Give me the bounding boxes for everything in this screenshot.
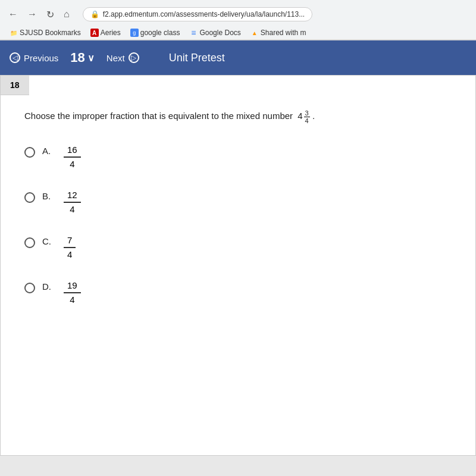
bookmark-aeries-label: Aeries [101,29,121,37]
option-c-label: C. [42,236,57,246]
lock-icon: 🔒 [90,10,99,18]
mixed-denominator: 4 [304,117,310,124]
previous-icon: ◁ [10,52,20,63]
radio-d[interactable] [24,283,35,293]
mixed-fraction: 3 4 [304,109,310,124]
fraction-c-denominator: 4 [64,249,76,260]
option-c[interactable]: C. 7 4 [24,231,452,262]
question-period: . [312,111,315,121]
radio-c[interactable] [24,237,35,248]
option-d[interactable]: D. 19 4 [24,277,452,308]
bookmark-google-docs[interactable]: ≡ Google Docs [186,27,244,38]
aeries-icon: A [90,29,99,37]
fraction-d-line [64,292,81,293]
fraction-a-denominator: 4 [66,158,78,170]
bookmark-aeries[interactable]: A Aeries [87,27,124,38]
dropdown-arrow[interactable]: ∨ [87,52,95,64]
refresh-button[interactable]: ↻ [44,8,57,21]
bookmark-shared[interactable]: ▲ Shared with m [247,27,310,38]
next-label: Next [107,53,125,63]
fraction-b-denominator: 4 [66,203,78,215]
previous-label: Previous [24,53,58,63]
question-num-text: 18 [70,50,84,65]
option-a-label: A. [42,146,57,156]
fraction-a-line [64,156,81,158]
next-icon: ▷ [129,52,139,63]
fraction-a-numerator: 16 [64,145,81,156]
bookmark-google-class[interactable]: g google class [127,27,184,38]
fraction-b: 12 4 [64,190,81,215]
bookmark-google-docs-label: Google Docs [199,29,240,37]
bookmark-google-class-label: google class [140,29,180,37]
sjusd-icon: 📁 [10,29,18,37]
url-text: f2.app.edmentum.com/assessments-delivery… [103,10,305,18]
bookmark-sjusd[interactable]: 📁 SJUSD Bookmarks [6,27,84,38]
previous-button[interactable]: ◁ Previous [10,52,58,63]
option-d-label: D. [42,281,57,292]
home-button[interactable]: ⌂ [61,8,72,21]
fraction-b-numerator: 12 [64,190,81,201]
shared-icon: ▲ [250,29,259,37]
fraction-d-numerator: 19 [64,280,81,292]
forward-button[interactable]: → [25,8,39,21]
fraction-c-numerator: 7 [64,235,76,246]
fraction-b-line [64,202,81,203]
mixed-number: 4 3 4 [298,109,309,124]
option-b-label: B. [42,191,57,201]
options-list: A. 16 4 B. 12 4 [24,141,452,308]
bookmarks-bar: 📁 SJUSD Bookmarks A Aeries g google clas… [0,26,476,40]
fraction-d: 19 4 [64,280,81,305]
question-body: Choose the improper fraction that is equ… [1,95,475,322]
content-area: 18 Choose the improper fraction that is … [0,75,476,476]
question-text-content: Choose the improper fraction that is equ… [24,111,293,121]
browser-chrome: ← → ↻ ⌂ 🔒 f2.app.edmentum.com/assessment… [0,0,476,40]
question-header-number: 18 [1,76,29,95]
mixed-whole: 4 [298,109,302,123]
fraction-d-denominator: 4 [66,294,78,305]
fraction-c-line [64,247,76,248]
bookmark-sjusd-label: SJUSD Bookmarks [20,29,81,37]
question-number-display: 18 ∨ [70,50,94,65]
radio-a[interactable] [24,147,35,158]
assessment-toolbar: ◁ Previous 18 ∨ Next ▷ Unit Pretest [0,40,476,75]
google-docs-icon: ≡ [189,29,198,37]
radio-b[interactable] [24,192,35,203]
option-b[interactable]: B. 12 4 [24,186,452,217]
nav-buttons: ← → ↻ ⌂ 🔒 f2.app.edmentum.com/assessment… [0,0,476,26]
fraction-c: 7 4 [64,235,76,260]
option-a[interactable]: A. 16 4 [24,141,452,172]
question-card: 18 Choose the improper fraction that is … [0,75,476,456]
fraction-a: 16 4 [64,145,81,170]
google-class-icon: g [130,29,139,37]
address-bar[interactable]: 🔒 f2.app.edmentum.com/assessments-delive… [83,7,313,21]
back-button[interactable]: ← [6,8,20,21]
mixed-numerator: 3 [304,109,310,117]
toolbar-title: Unit Pretest [169,52,225,64]
question-text: Choose the improper fraction that is equ… [24,109,452,124]
bookmark-shared-label: Shared with m [261,29,306,37]
next-button[interactable]: Next ▷ [107,52,139,63]
